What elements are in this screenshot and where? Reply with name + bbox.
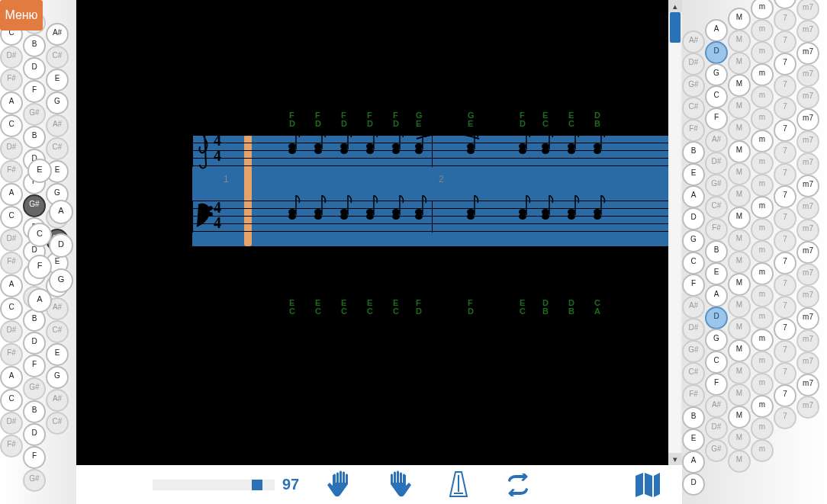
right-key-m-17[interactable]: m <box>751 373 774 396</box>
right-key-M-11[interactable]: M <box>728 251 751 274</box>
right-key-bass-6[interactable]: E <box>682 163 705 186</box>
right-key-m-0[interactable]: m <box>751 0 774 20</box>
right-key-m-20[interactable]: m <box>751 439 774 462</box>
right-key-bass-10[interactable]: C <box>682 252 705 274</box>
left-key-B-1-1[interactable]: B <box>23 34 46 57</box>
right-key-7-12[interactable]: 7 <box>774 252 796 274</box>
right-key-root-19[interactable]: G# <box>705 439 728 462</box>
left-key-Gsharp-1-4[interactable]: G# <box>23 103 46 126</box>
left-key-Gsharp-1-20[interactable]: G# <box>23 469 46 492</box>
right-key-m-8[interactable]: m <box>751 174 774 197</box>
right-key-7-1[interactable]: 7 <box>774 8 796 31</box>
left-key-Fsharp-2-11[interactable]: F# <box>0 252 23 274</box>
right-key-m7-3[interactable]: m7 <box>796 42 819 65</box>
right-key-M-16[interactable]: M <box>728 361 751 384</box>
left-key-Asharp-0-0[interactable]: A# <box>46 23 69 46</box>
scroll-up-arrow[interactable]: ▴ <box>668 0 682 12</box>
right-key-root-3[interactable]: C <box>705 85 728 108</box>
left-key-D-1-18[interactable]: D <box>23 423 46 446</box>
right-key-7-13[interactable]: 7 <box>774 274 796 297</box>
left-key-Csharp-0-13[interactable]: C# <box>46 320 69 343</box>
left-key-focus-G-5[interactable]: G <box>49 268 73 293</box>
left-key-Dsharp-2-14[interactable]: D# <box>0 320 23 343</box>
left-key-Csharp-0-17[interactable]: C# <box>46 412 69 435</box>
left-key-A-2-4[interactable]: A <box>0 91 23 114</box>
right-key-m7-2[interactable]: m7 <box>796 20 819 43</box>
right-key-root-16[interactable]: F <box>705 373 728 396</box>
right-key-M-5[interactable]: M <box>728 118 751 141</box>
right-key-bass-20[interactable]: D <box>682 473 705 496</box>
left-key-C-2-9[interactable]: C <box>0 206 23 229</box>
right-key-root-17[interactable]: A# <box>705 395 728 418</box>
right-key-7-3[interactable]: 7 <box>774 53 796 75</box>
right-key-m-19[interactable]: m <box>751 417 774 440</box>
left-key-G-0-15[interactable]: G <box>46 366 69 389</box>
right-key-m-18[interactable]: m <box>751 395 774 418</box>
left-key-Asharp-0-4[interactable]: A# <box>46 114 69 137</box>
right-key-root-6[interactable]: D# <box>705 152 728 175</box>
right-key-m-4[interactable]: m <box>751 85 774 108</box>
right-key-bass-11[interactable]: F <box>682 274 705 297</box>
right-key-m7-7[interactable]: m7 <box>796 130 819 153</box>
right-key-m7-9[interactable]: m7 <box>796 175 819 197</box>
left-key-D-1-14[interactable]: D <box>23 332 46 355</box>
right-key-root-13[interactable]: D <box>705 307 728 329</box>
left-key-Dsharp-2-10[interactable]: D# <box>0 229 23 252</box>
left-key-Dsharp-2-2[interactable]: D# <box>0 46 23 69</box>
scroll-down-arrow[interactable]: ▾ <box>668 453 682 465</box>
right-key-m-5[interactable]: m <box>751 108 774 130</box>
right-key-7-9[interactable]: 7 <box>774 185 796 208</box>
left-key-B-1-5[interactable]: B <box>23 126 46 149</box>
right-key-7-5[interactable]: 7 <box>774 97 796 120</box>
right-key-M-17[interactable]: M <box>728 384 751 406</box>
scroll-track[interactable] <box>670 12 681 453</box>
left-key-focus-A-1[interactable]: A <box>49 200 73 224</box>
left-key-F-1-3[interactable]: F <box>23 80 46 103</box>
right-key-M-9[interactable]: M <box>728 207 751 230</box>
left-key-Fsharp-2-19[interactable]: F# <box>0 435 23 457</box>
right-key-m7-15[interactable]: m7 <box>796 307 819 330</box>
left-key-A-2-16[interactable]: A <box>0 366 23 389</box>
right-key-7-2[interactable]: 7 <box>774 30 796 53</box>
left-key-focus-A-6[interactable]: A <box>27 288 52 313</box>
right-key-bass-19[interactable]: A <box>682 451 705 474</box>
right-key-m7-4[interactable]: m7 <box>796 64 819 87</box>
right-key-7-14[interactable]: 7 <box>774 296 796 319</box>
right-key-7-15[interactable]: 7 <box>774 318 796 341</box>
right-hand-button[interactable] <box>380 470 418 500</box>
right-key-root-0[interactable]: A <box>705 19 728 42</box>
right-key-root-9[interactable]: F# <box>705 218 728 241</box>
right-key-M-15[interactable]: M <box>728 339 751 362</box>
loop-button[interactable] <box>499 470 537 500</box>
right-key-root-5[interactable]: A# <box>705 130 728 152</box>
right-key-M-18[interactable]: M <box>728 406 751 429</box>
left-key-focus-D-3[interactable]: D <box>49 233 73 258</box>
right-key-m7-18[interactable]: m7 <box>796 374 819 396</box>
left-key-C-2-5[interactable]: C <box>0 114 23 137</box>
right-key-m7-10[interactable]: m7 <box>796 197 819 220</box>
right-key-M-20[interactable]: M <box>728 450 751 473</box>
right-key-M-13[interactable]: M <box>728 295 751 318</box>
right-key-bass-7[interactable]: A <box>682 185 705 208</box>
right-key-bass-13[interactable]: D# <box>682 318 705 341</box>
right-key-root-11[interactable]: E <box>705 262 728 285</box>
right-key-root-18[interactable]: D# <box>705 417 728 440</box>
right-key-bass-14[interactable]: G# <box>682 340 705 363</box>
right-key-bass-12[interactable]: A# <box>682 296 705 319</box>
left-key-Csharp-0-5[interactable]: C# <box>46 137 69 160</box>
right-key-root-7[interactable]: G# <box>705 174 728 197</box>
right-key-m-10[interactable]: m <box>751 218 774 241</box>
right-key-bass-17[interactable]: B <box>682 406 705 429</box>
left-key-Fsharp-2-3[interactable]: F# <box>0 69 23 91</box>
right-key-7-7[interactable]: 7 <box>774 141 796 164</box>
right-key-M-19[interactable]: M <box>728 428 751 451</box>
left-key-Fsharp-2-7[interactable]: F# <box>0 160 23 183</box>
right-key-m7-14[interactable]: m7 <box>796 285 819 308</box>
right-key-m7-16[interactable]: m7 <box>796 329 819 352</box>
right-key-root-15[interactable]: C <box>705 351 728 374</box>
right-key-7-17[interactable]: 7 <box>774 362 796 385</box>
metronome-button[interactable] <box>439 470 478 500</box>
right-key-root-4[interactable]: F <box>705 108 728 130</box>
right-key-M-0[interactable]: M <box>728 8 751 30</box>
right-key-bass-2[interactable]: G# <box>682 75 705 98</box>
